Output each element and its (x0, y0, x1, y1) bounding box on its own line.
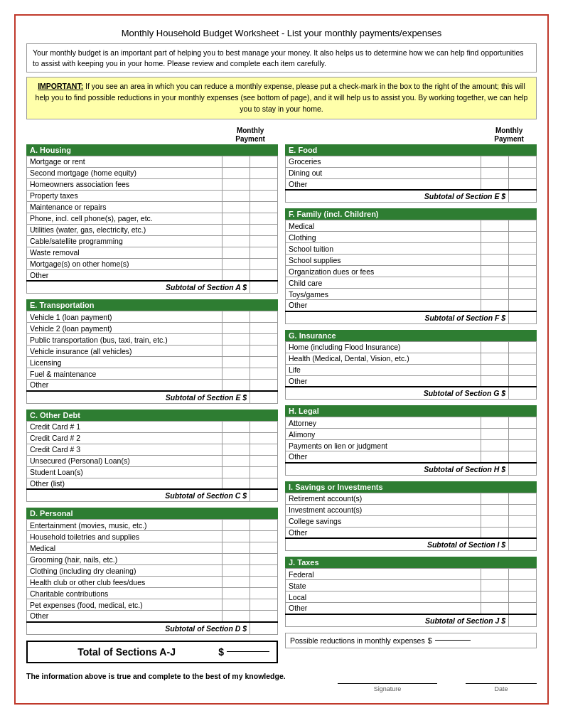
row-check[interactable] (250, 611, 278, 622)
row-value[interactable] (222, 247, 250, 258)
signature-line[interactable] (338, 683, 437, 684)
row-value[interactable] (481, 580, 509, 592)
subtotal-value[interactable] (250, 622, 278, 635)
row-check[interactable] (250, 421, 278, 432)
subtotal-value[interactable] (509, 614, 537, 627)
row-check[interactable] (509, 220, 537, 232)
row-value[interactable] (222, 178, 250, 190)
row-value[interactable] (481, 451, 509, 463)
row-value[interactable] (222, 577, 250, 588)
row-value[interactable] (481, 300, 509, 311)
row-value[interactable] (481, 255, 509, 266)
row-value[interactable] (222, 455, 250, 466)
row-check[interactable] (509, 603, 537, 614)
row-check[interactable] (250, 444, 278, 455)
row-check[interactable] (509, 277, 537, 289)
row-value[interactable] (222, 258, 250, 269)
row-check[interactable] (250, 531, 278, 542)
row-value[interactable] (481, 493, 509, 504)
row-value[interactable] (222, 588, 250, 599)
row-value[interactable] (481, 569, 509, 580)
row-value[interactable] (222, 432, 250, 444)
row-value[interactable] (481, 364, 509, 375)
row-value[interactable] (481, 375, 509, 387)
row-check[interactable] (250, 235, 278, 247)
row-value[interactable] (222, 466, 250, 478)
row-value[interactable] (222, 531, 250, 542)
row-check[interactable] (509, 289, 537, 300)
row-value[interactable] (222, 190, 250, 201)
row-check[interactable] (509, 451, 537, 463)
row-value[interactable] (481, 289, 509, 300)
row-check[interactable] (250, 368, 278, 380)
row-value[interactable] (222, 599, 250, 611)
row-check[interactable] (250, 599, 278, 611)
row-check[interactable] (509, 417, 537, 429)
row-check[interactable] (250, 455, 278, 466)
row-value[interactable] (222, 380, 250, 391)
subtotal-value[interactable] (250, 391, 278, 404)
row-check[interactable] (509, 156, 537, 167)
total-value[interactable] (227, 651, 269, 652)
row-check[interactable] (509, 232, 537, 243)
row-check[interactable] (250, 577, 278, 588)
row-value[interactable] (481, 341, 509, 353)
row-check[interactable] (250, 334, 278, 346)
row-value[interactable] (222, 565, 250, 577)
row-check[interactable] (250, 190, 278, 201)
row-check[interactable] (509, 515, 537, 527)
row-check[interactable] (250, 380, 278, 391)
possible-reduction-value[interactable] (435, 640, 471, 641)
row-value[interactable] (222, 421, 250, 432)
row-value[interactable] (481, 277, 509, 289)
row-value[interactable] (481, 504, 509, 515)
row-value[interactable] (481, 232, 509, 243)
row-check[interactable] (250, 357, 278, 368)
row-check[interactable] (509, 178, 537, 190)
row-check[interactable] (509, 167, 537, 178)
row-value[interactable] (481, 353, 509, 364)
row-check[interactable] (509, 341, 537, 353)
subtotal-value[interactable] (509, 190, 537, 203)
row-value[interactable] (481, 527, 509, 538)
date-line[interactable] (466, 683, 537, 684)
subtotal-value[interactable] (509, 311, 537, 324)
row-check[interactable] (250, 346, 278, 357)
row-value[interactable] (481, 220, 509, 232)
row-check[interactable] (250, 565, 278, 577)
subtotal-value[interactable] (509, 387, 537, 400)
row-value[interactable] (222, 542, 250, 554)
subtotal-value[interactable] (509, 538, 537, 551)
row-value[interactable] (222, 269, 250, 281)
row-value[interactable] (222, 156, 250, 167)
row-check[interactable] (250, 588, 278, 599)
row-check[interactable] (250, 247, 278, 258)
row-check[interactable] (509, 504, 537, 515)
row-value[interactable] (222, 368, 250, 380)
row-value[interactable] (222, 346, 250, 357)
row-value[interactable] (481, 266, 509, 277)
row-value[interactable] (481, 417, 509, 429)
row-check[interactable] (250, 269, 278, 281)
row-check[interactable] (509, 592, 537, 603)
row-check[interactable] (250, 520, 278, 531)
row-value[interactable] (222, 213, 250, 224)
row-check[interactable] (250, 432, 278, 444)
row-check[interactable] (250, 167, 278, 178)
row-value[interactable] (222, 478, 250, 489)
row-check[interactable] (509, 375, 537, 387)
row-value[interactable] (481, 167, 509, 178)
row-check[interactable] (509, 440, 537, 451)
row-check[interactable] (250, 466, 278, 478)
row-check[interactable] (250, 156, 278, 167)
row-value[interactable] (222, 201, 250, 213)
row-value[interactable] (222, 323, 250, 334)
row-check[interactable] (250, 311, 278, 323)
row-check[interactable] (509, 300, 537, 311)
row-check[interactable] (250, 323, 278, 334)
row-value[interactable] (481, 156, 509, 167)
row-value[interactable] (481, 178, 509, 190)
row-check[interactable] (250, 201, 278, 213)
row-check[interactable] (509, 255, 537, 266)
row-value[interactable] (481, 603, 509, 614)
